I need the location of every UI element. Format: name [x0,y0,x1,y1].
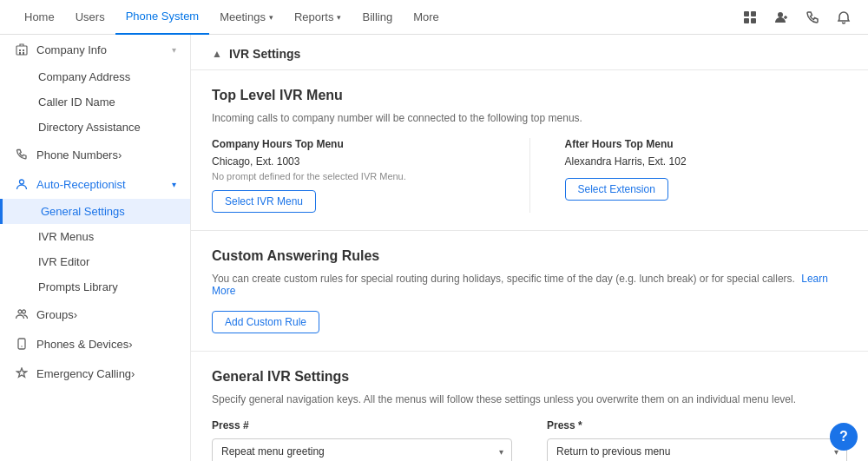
general-ivr-settings-desc: Specify general navigation keys. All the… [212,393,847,405]
sidebar-item-ivr-menus[interactable]: IVR Menus [0,224,190,249]
ivr-collapse-icon[interactable]: ▲ [212,48,222,60]
svg-rect-10 [19,52,21,55]
svg-rect-15 [18,339,25,349]
top-level-ivr-desc: Incoming calls to company number will be… [212,112,847,124]
company-hours-col: Company Hours Top Menu Chicago, Ext. 100… [212,138,495,213]
phone-icon-nav[interactable] [802,7,823,28]
sidebar: Company Info ▾ Company Address Caller ID… [0,35,191,461]
sidebar-item-emergency-calling[interactable]: Emergency Calling › [0,359,190,388]
top-level-ivr-heading: Top Level IVR Menu [212,88,847,103]
phones-devices-label: Phones & Devices [36,338,128,351]
after-hours-value: Alexandra Harris, Ext. 102 [565,155,848,168]
company-hours-label: Company Hours Top Menu [212,138,495,150]
groups-icon [14,306,30,322]
auto-receptionist-label: Auto-Receptionist [36,178,126,191]
phone-device-icon [14,336,30,352]
nav-meetings[interactable]: Meetings ▾ [209,0,284,35]
nav-reports[interactable]: Reports ▾ [284,0,352,35]
svg-rect-9 [23,49,24,51]
svg-rect-0 [744,11,749,16]
svg-point-14 [23,310,26,313]
help-button[interactable]: ? [830,423,858,451]
emergency-calling-chevron: › [131,367,135,380]
company-hours-value: Chicago, Ext. 1003 [212,155,495,168]
company-info-chevron: ▾ [172,45,176,55]
sidebar-item-company-address[interactable]: Company Address [0,64,190,89]
sidebar-item-caller-id-name[interactable]: Caller ID Name [0,89,190,115]
phones-devices-chevron: › [128,338,132,351]
svg-point-13 [18,310,22,313]
person-icon [14,176,30,192]
select-ivr-menu-button[interactable]: Select IVR Menu [212,190,316,213]
custom-answering-rules-heading: Custom Answering Rules [212,248,847,264]
nav-phone-system[interactable]: Phone System [115,0,210,35]
person-add-icon[interactable] [771,7,792,28]
press-star-select-wrapper: Repeat menu greeting Return to previous … [547,438,847,461]
svg-rect-8 [19,49,21,51]
sidebar-item-phones-devices[interactable]: Phones & Devices › [0,329,190,359]
nav-more[interactable]: More [403,0,450,35]
ivr-section-title: IVR Settings [229,47,300,61]
general-ivr-settings-heading: General IVR Settings [212,369,847,385]
main-layout: Company Info ▾ Company Address Caller ID… [0,35,868,461]
top-navigation: Home Users Phone System Meetings ▾ Repor… [0,0,868,35]
svg-rect-7 [16,46,27,55]
phone-numbers-chevron: › [118,148,122,161]
groups-label: Groups [36,308,74,321]
sidebar-item-prompts-library[interactable]: Prompts Library [0,274,190,300]
phone-numbers-icon [14,147,30,162]
press-star-select[interactable]: Repeat menu greeting Return to previous … [547,438,847,461]
auto-receptionist-chevron: ▾ [172,180,176,189]
svg-rect-1 [751,11,756,16]
after-hours-col: After Hours Top Menu Alexandra Harris, E… [565,138,848,213]
sidebar-item-auto-receptionist[interactable]: Auto-Receptionist ▾ [0,169,190,199]
press-star-label: Press * [547,419,847,431]
select-extension-button[interactable]: Select Extension [565,178,668,201]
ivr-settings-header: ▲ IVR Settings [191,35,868,70]
add-custom-rule-button[interactable]: Add Custom Rule [212,311,319,333]
custom-answering-rules-desc: You can create custom rules for special … [212,273,847,297]
sidebar-item-ivr-editor[interactable]: IVR Editor [0,249,190,274]
nav-home[interactable]: Home [14,0,65,35]
svg-rect-3 [751,18,756,23]
svg-point-12 [20,180,24,184]
main-content: ▲ IVR Settings Top Level IVR Menu Incomi… [191,35,868,461]
general-ivr-settings-section: General IVR Settings Specify general nav… [191,352,868,461]
svg-rect-2 [744,18,749,23]
press-row: Press # Repeat menu greeting Return to p… [212,419,847,461]
reports-chevron: ▾ [337,13,341,22]
bell-icon[interactable] [833,7,854,28]
top-level-ivr-cols: Company Hours Top Menu Chicago, Ext. 100… [212,138,847,213]
groups-chevron: › [74,308,77,321]
emergency-icon [14,366,30,381]
phone-numbers-label: Phone Numbers [36,148,118,161]
press-hash-col: Press # Repeat menu greeting Return to p… [212,419,512,461]
col-divider [529,138,530,213]
no-prompt-note: No prompt defined for the selected IVR M… [212,171,495,181]
nav-right-icons [740,7,854,28]
svg-point-4 [778,12,783,17]
sidebar-item-general-settings[interactable]: General Settings [0,199,190,224]
grid-icon[interactable] [740,7,760,28]
nav-users[interactable]: Users [65,0,115,35]
press-hash-select-wrapper: Repeat menu greeting Return to previous … [212,438,512,461]
press-hash-label: Press # [212,419,512,431]
press-hash-select[interactable]: Repeat menu greeting Return to previous … [212,438,512,461]
sidebar-item-phone-numbers[interactable]: Phone Numbers › [0,140,190,169]
company-info-label: Company Info [36,43,107,56]
top-level-ivr-section: Top Level IVR Menu Incoming calls to com… [191,70,868,231]
nav-billing[interactable]: Billing [352,0,403,35]
sidebar-item-groups[interactable]: Groups › [0,300,190,329]
press-star-col: Press * Repeat menu greeting Return to p… [547,419,847,461]
sidebar-item-directory-assistance[interactable]: Directory Assistance [0,115,190,140]
svg-rect-11 [23,52,24,55]
after-hours-label: After Hours Top Menu [565,138,848,150]
building-icon [14,42,30,57]
emergency-calling-label: Emergency Calling [36,367,131,380]
sidebar-item-company-info[interactable]: Company Info ▾ [0,35,190,64]
custom-answering-rules-section: Custom Answering Rules You can create cu… [191,231,868,352]
meetings-chevron: ▾ [269,13,273,22]
